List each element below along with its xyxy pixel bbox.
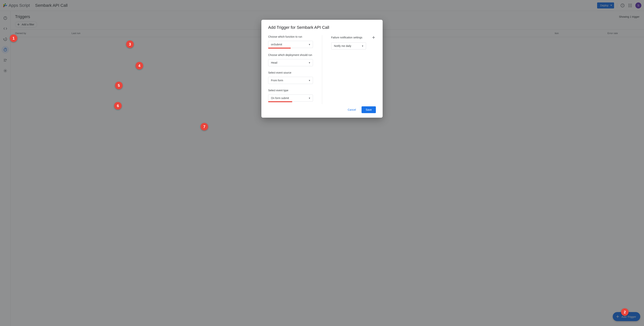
event-type-select[interactable]: On form submit ▾ bbox=[268, 94, 313, 102]
chevron-down-icon: ▾ bbox=[309, 61, 310, 64]
notif-value: Notify me daily bbox=[334, 44, 352, 47]
event-source-label: Select event source bbox=[268, 71, 313, 74]
save-button[interactable]: Save bbox=[362, 106, 376, 113]
event-source-value: From form bbox=[271, 79, 283, 82]
deployment-select[interactable]: Head ▾ bbox=[268, 59, 313, 66]
dialog-actions: Cancel Save bbox=[268, 106, 376, 113]
dialog-title: Add Trigger for Sembark API Call bbox=[268, 25, 376, 30]
event-type-value: On form submit bbox=[271, 97, 289, 100]
event-source-select[interactable]: From form ▾ bbox=[268, 77, 313, 84]
deployment-field: Choose which deployment should run Head … bbox=[268, 53, 313, 66]
add-notification-button[interactable] bbox=[371, 35, 376, 40]
cancel-button[interactable]: Cancel bbox=[344, 107, 359, 113]
chevron-down-icon: ▾ bbox=[309, 43, 310, 46]
highlight-underline bbox=[268, 101, 292, 102]
chevron-down-icon: ▾ bbox=[309, 97, 310, 100]
deployment-value: Head bbox=[271, 61, 277, 64]
notif-label: Failure notification settings bbox=[331, 36, 362, 39]
deployment-label: Choose which deployment should run bbox=[268, 53, 313, 56]
dialog-right-col: Failure notification settings Notify me … bbox=[322, 35, 376, 104]
function-field: Choose which function to run onSubmit ▾ bbox=[268, 35, 313, 48]
highlight-underline bbox=[268, 48, 291, 48]
event-type-field: Select event type On form submit ▾ bbox=[268, 89, 313, 102]
function-label: Choose which function to run bbox=[268, 35, 313, 38]
add-trigger-dialog: Add Trigger for Sembark API Call Choose … bbox=[261, 20, 383, 118]
event-source-field: Select event source From form ▾ bbox=[268, 71, 313, 84]
chevron-down-icon: ▾ bbox=[362, 44, 363, 47]
function-value: onSubmit bbox=[271, 43, 282, 46]
modal-overlay[interactable]: Add Trigger for Sembark API Call Choose … bbox=[0, 0, 644, 326]
dialog-body: Choose which function to run onSubmit ▾ … bbox=[268, 35, 376, 104]
dialog-left-col: Choose which function to run onSubmit ▾ … bbox=[268, 35, 322, 104]
event-type-label: Select event type bbox=[268, 89, 313, 92]
notification-select[interactable]: Notify me daily ▾ bbox=[331, 42, 366, 49]
chevron-down-icon: ▾ bbox=[309, 79, 310, 82]
notif-header: Failure notification settings bbox=[331, 35, 376, 40]
function-select[interactable]: onSubmit ▾ bbox=[268, 41, 313, 48]
